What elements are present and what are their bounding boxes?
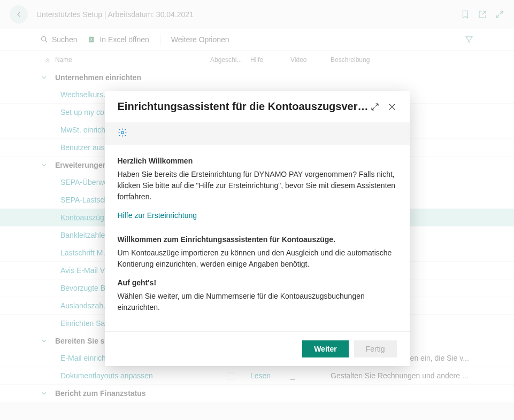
next-button[interactable]: Weiter (302, 340, 349, 357)
setup-wizard-dialog: Einrichtungsassistent für die Kontoauszu… (105, 91, 410, 366)
section3-text: Wählen Sie weiter, um die Nummernserie f… (118, 291, 397, 313)
section2-heading: Willkommen zum Einrichtungsassistenten f… (118, 234, 397, 245)
help-link[interactable]: Hilfe zur Ersteinrichtung (118, 210, 197, 221)
dialog-footer: Weiter Fertig (105, 331, 410, 366)
section2-text: Um Kontoauszüge importieren zu können un… (118, 247, 397, 270)
dialog-subtoolbar (105, 122, 410, 145)
gear-icon[interactable] (118, 128, 127, 137)
welcome-heading: Herzlich Willkommen (118, 155, 397, 167)
dialog-body: Herzlich Willkommen Haben Sie bereits di… (105, 145, 410, 331)
dialog-header: Einrichtungsassistent für die Kontoauszu… (105, 91, 410, 122)
svg-point-3 (121, 131, 124, 134)
dialog-title: Einrichtungsassistent für die Kontoauszu… (118, 100, 370, 113)
close-icon[interactable] (387, 102, 397, 112)
modal-overlay: Einrichtungsassistent für die Kontoauszu… (0, 0, 514, 420)
done-button: Fertig (354, 340, 397, 357)
welcome-text: Haben Sie bereits die Ersteinrichtung fü… (118, 169, 397, 203)
expand-dialog-icon[interactable] (370, 102, 380, 112)
section3-heading: Auf geht's! (118, 277, 397, 289)
